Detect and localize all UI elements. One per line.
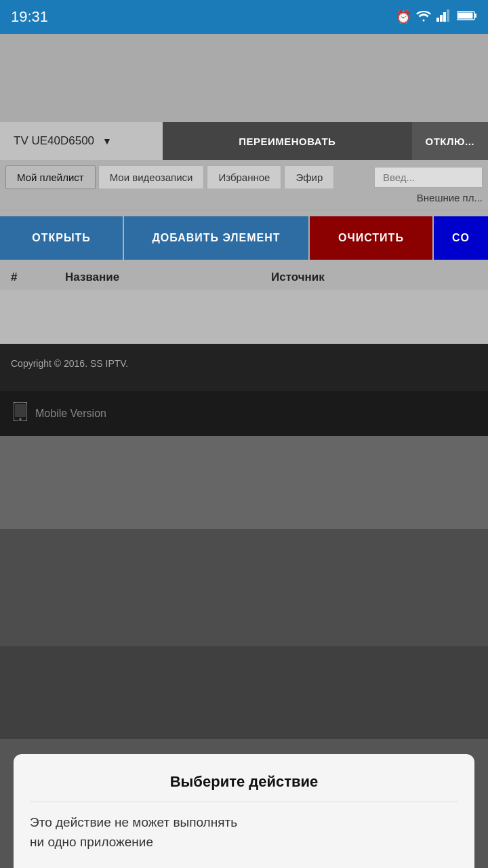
device-row: TV UE40D6500 ▼ ПЕРЕИМЕНОВАТЬ ОТКЛЮ...	[0, 122, 488, 160]
dialog-divider	[30, 802, 458, 802]
status-bar: 19:31 ⏰	[0, 0, 488, 34]
rename-button[interactable]: ПЕРЕИМЕНОВАТЬ	[163, 122, 412, 160]
header-spacer	[0, 34, 488, 122]
svg-rect-8	[15, 404, 26, 417]
svg-rect-1	[440, 15, 443, 22]
disconnect-button[interactable]: ОТКЛЮ...	[412, 122, 488, 160]
col-source-header: Источник	[271, 271, 477, 284]
svg-point-9	[20, 418, 22, 420]
search-input[interactable]	[374, 167, 483, 188]
footer: Copyright © 2016. SS IPTV.	[0, 344, 488, 391]
table-body	[0, 290, 488, 344]
tabs-row: Мой плейлист Мои видеозаписи Избранное Э…	[0, 160, 488, 189]
device-selector-button[interactable]: TV UE40D6500 ▼	[0, 122, 163, 160]
mobile-icon	[14, 402, 27, 425]
tab-favorites[interactable]: Избранное	[207, 165, 281, 189]
svg-rect-6	[458, 12, 473, 18]
external-playlists-label: Внешние пл...	[0, 189, 488, 206]
app-container: TV UE40D6500 ▼ ПЕРЕИМЕНОВАТЬ ОТКЛЮ... Мо…	[0, 34, 488, 436]
clear-button[interactable]: ОЧИСТИТЬ	[310, 216, 432, 260]
status-icons: ⏰	[396, 9, 477, 25]
col-name-header: Название	[65, 271, 271, 284]
copyright-text: Copyright © 2016. SS IPTV.	[11, 358, 128, 369]
dialog-title: Выберите действие	[30, 773, 458, 791]
overlay-dim	[0, 529, 488, 739]
status-time: 19:31	[11, 8, 48, 26]
svg-rect-0	[436, 18, 439, 22]
table-header: # Название Источник	[0, 265, 488, 290]
divider-1	[0, 210, 488, 211]
co-button[interactable]: CO	[434, 216, 488, 260]
alarm-icon: ⏰	[396, 9, 411, 24]
wifi-icon	[416, 9, 431, 25]
tab-my-playlist[interactable]: Мой плейлист	[5, 165, 96, 189]
device-name: TV UE40D6500	[14, 134, 94, 148]
signal-icon	[436, 9, 451, 25]
open-button[interactable]: ОТКРЫТЬ	[0, 216, 123, 260]
col-num-header: #	[11, 271, 65, 284]
dialog-message: Это действие не может выполнять ни одно …	[30, 813, 458, 852]
svg-rect-5	[474, 14, 476, 18]
tab-broadcast[interactable]: Эфир	[284, 165, 334, 189]
mobile-bar[interactable]: Mobile Version	[0, 391, 488, 436]
chevron-down-icon: ▼	[102, 136, 112, 146]
battery-icon	[457, 10, 477, 24]
mobile-version-label: Mobile Version	[35, 408, 106, 420]
action-buttons-row: ОТКРЫТЬ ДОБАВИТЬ ЭЛЕМЕНТ ОЧИСТИТЬ CO	[0, 216, 488, 260]
bottom-sheet-dialog: Выберите действие Это действие не может …	[14, 754, 474, 868]
add-element-button[interactable]: ДОБАВИТЬ ЭЛЕМЕНТ	[124, 216, 308, 260]
svg-rect-2	[443, 12, 446, 22]
tab-my-videos[interactable]: Мои видеозаписи	[98, 165, 205, 189]
svg-rect-3	[447, 9, 449, 22]
